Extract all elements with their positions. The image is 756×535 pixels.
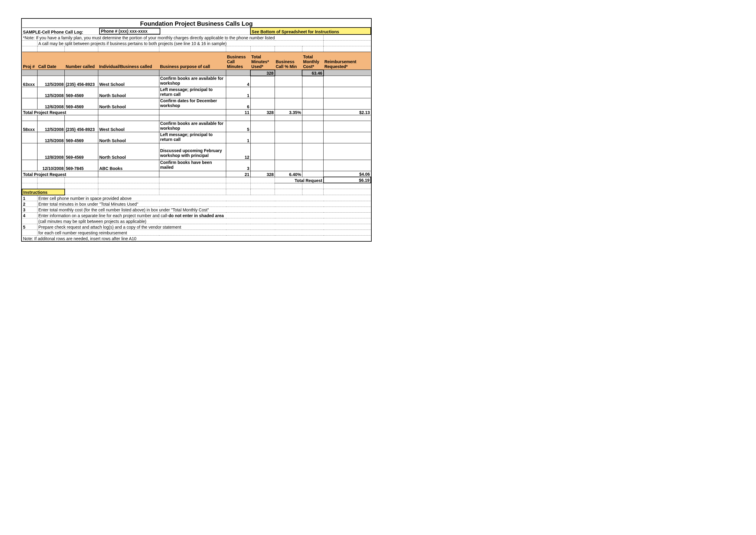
instruction-row: 4Enter information on a separate line fo… [22, 212, 371, 218]
table-row[interactable]: 12/10/2008 569-7845 ABC Books Confirm bo… [22, 160, 371, 171]
total-monthly-cost-cell[interactable]: 63.46 [302, 70, 323, 76]
instruction-note: Note: If additonal rows are needed, inse… [22, 235, 371, 241]
sample-label: SAMPLE-Cell Phone Call Log: [22, 28, 98, 35]
instructions-heading: Instructions [22, 189, 65, 195]
table-row[interactable]: 12/6/2008 569-4569 North School Confirm … [22, 98, 371, 109]
table-row[interactable]: 12/5/2008 569-4569 North School Left mes… [22, 87, 371, 98]
instruction-row: 1Enter cell phone number in space provid… [22, 195, 371, 201]
project-total-row: Total Project Request 11 328 3.35% $2.13 [22, 109, 371, 115]
total-minutes-used-cell[interactable]: 328 [250, 70, 275, 76]
instruction-row: 5Prepare check request and attach log(s)… [22, 224, 371, 230]
table-row[interactable]: 12/8/2008 569-4569 North School Discusse… [22, 143, 371, 160]
grand-total-row: Total Request $6.19 [22, 177, 371, 183]
table-row[interactable]: 58xxx 12/5/2008 (235) 456-8923 West Scho… [22, 121, 371, 132]
phone-box[interactable]: Phone # (xxx) xxx-xxxx [99, 28, 160, 35]
table-row[interactable]: 63xxx 12/5/2008 (235) 456-8923 West Scho… [22, 76, 371, 87]
table-row[interactable]: 12/5/2008 569-4569 North School Left mes… [22, 132, 371, 143]
top-totals-row: 328 63.46 [22, 70, 371, 76]
instruction-row: 2Enter total minutes in box under "Total… [22, 201, 371, 207]
note-1: *Note: If you have a family plan, you mu… [22, 35, 302, 41]
column-headers: Proj # Call Date Number called Individua… [22, 52, 371, 70]
instruction-row: for each cell number requesting reimburs… [22, 230, 371, 235]
page-title: Foundation Project Business Calls Log [22, 19, 371, 28]
spreadsheet: Foundation Project Business Calls Log SA… [21, 18, 372, 242]
instruction-row: 3Enter total monthly cost (for the cell … [22, 207, 371, 212]
instruction-row: (call minutes may be split between proje… [22, 218, 371, 224]
see-bottom-banner: See Bottom of Spreadsheet for Instructio… [250, 28, 371, 35]
note-2: A call may be split between projects if … [37, 41, 302, 46]
project-total-row: Total Project Request 21 328 6.40% $4.06 [22, 171, 371, 177]
